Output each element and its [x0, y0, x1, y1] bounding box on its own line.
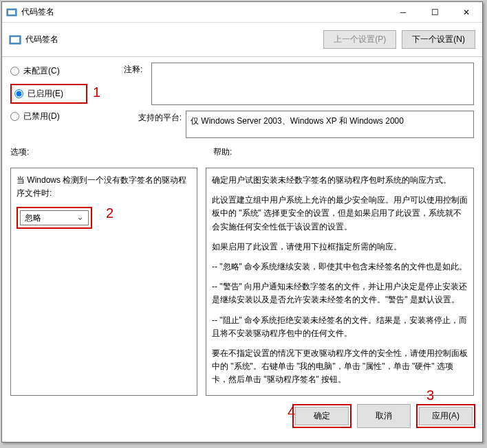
window: 代码签名 ─ ☐ ✕ 代码签名 上一个设置(P) 下一个设置(N) 未配置(C) [1, 1, 483, 443]
options-pane: 当 Windows 检测到一个没有数字签名的驱动程序文件时: 忽略 2 [10, 168, 197, 396]
annotation-3: 3 [426, 388, 434, 403]
ok-button[interactable]: 确定 [295, 407, 349, 425]
help-label: 帮助: [213, 146, 232, 158]
help-pane: 确定用户试图安装未经数字签名的驱动程序包时系统的响应方式。 此设置建立组中用户系… [206, 168, 474, 396]
footer: 3 4 确定 取消 应用(A) [2, 399, 482, 442]
options-label: 选项: [10, 146, 199, 158]
svg-rect-1 [8, 10, 15, 14]
option-description: 当 Windows 检测到一个没有数字签名的驱动程序文件时: [17, 174, 191, 200]
app-icon [6, 7, 17, 18]
annotation-1: 1 [93, 85, 100, 100]
radio-disabled[interactable]: 已禁用(D) [10, 111, 118, 122]
action-select[interactable]: 忽略 [20, 210, 89, 225]
titlebar: 代码签名 ─ ☐ ✕ [2, 2, 482, 23]
minimize-button[interactable]: ─ [387, 2, 419, 23]
cancel-button[interactable]: 取消 [357, 404, 411, 428]
comments-label: 注释: [124, 63, 151, 105]
prev-setting-button[interactable]: 上一个设置(P) [323, 30, 396, 49]
maximize-button[interactable]: ☐ [419, 2, 451, 23]
svg-rect-3 [11, 37, 19, 43]
annotation-4: 4 [288, 404, 295, 420]
radio-unconfigured[interactable]: 未配置(C) [10, 65, 118, 77]
window-title: 代码签名 [21, 6, 54, 18]
radio-enabled[interactable]: 已启用(E) [14, 88, 80, 100]
toolbar: 代码签名 上一个设置(P) 下一个设置(N) [2, 23, 482, 57]
platforms-label: 支持的平台: [124, 111, 186, 138]
platforms-box: 仅 Windows Server 2003、Windows XP 和 Windo… [186, 111, 474, 138]
next-setting-button[interactable]: 下一个设置(N) [402, 30, 475, 49]
close-button[interactable]: ✕ [451, 2, 482, 23]
toolbar-icon [9, 34, 21, 46]
annotation-2: 2 [106, 205, 113, 221]
toolbar-title: 代码签名 [25, 34, 58, 45]
comments-textarea[interactable] [151, 63, 474, 105]
apply-button[interactable]: 应用(A) [419, 407, 473, 425]
